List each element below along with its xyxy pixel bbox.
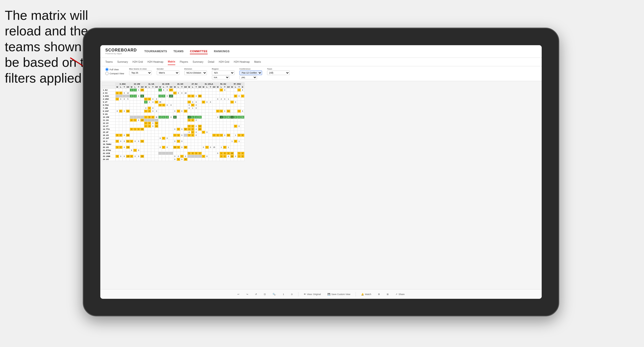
conference-select[interactable]: Pac-12 Conference — [239, 71, 262, 75]
save-custom-button[interactable]: 💾 Save Custom View — [326, 293, 352, 296]
nav-rankings[interactable]: RANKINGS — [214, 49, 230, 54]
subnav-h2h-grid2[interactable]: H2H Grid — [219, 59, 229, 65]
table-row: 14. TTU211220203012026 — [102, 128, 245, 131]
subnav-detail[interactable]: Detail — [208, 59, 214, 65]
matrix-cell — [226, 137, 230, 140]
subnav-matrix2[interactable]: Matrix — [254, 59, 261, 65]
zoom-reset-button[interactable]: 1 — [281, 293, 286, 296]
matrix-cell — [234, 158, 237, 161]
matrix-cell — [158, 155, 162, 158]
settings-button[interactable]: ⚙ — [376, 293, 381, 296]
subnav-teams[interactable]: Teams — [105, 59, 113, 65]
matrix-cell — [198, 140, 202, 143]
team-select[interactable]: (All) — [267, 71, 290, 75]
matrix-cell — [209, 131, 212, 134]
col-header-uu: 54. UU — [216, 83, 230, 86]
zoom-out-button[interactable]: 🔍- — [271, 293, 278, 296]
table-row: 1. AU12025200271010 — [102, 89, 245, 92]
region-sub-select[interactable]: N/A — [212, 76, 229, 79]
region-select[interactable]: N/A — [212, 71, 234, 75]
matrix-cell — [169, 155, 173, 158]
matrix-cell: 1 — [230, 140, 234, 143]
subnav-h2h-heatmap2[interactable]: H2H Heatmap — [234, 59, 250, 65]
matrix-cell — [184, 119, 187, 122]
max-teams-select[interactable]: Top 25 — [129, 71, 152, 75]
nav-tournaments[interactable]: TOURNAMENTS — [144, 49, 167, 54]
matrix-cell: 15 — [184, 110, 187, 113]
matrix-cell — [144, 104, 148, 107]
matrix-cell: 1 — [219, 110, 223, 113]
subnav-h2h-heatmap[interactable]: H2H Heatmap — [147, 59, 163, 65]
matrix-area[interactable]: 3. ASU 10. UW 11. UA 22. UCB 24. UO 27. … — [100, 81, 542, 289]
matrix-cell — [191, 137, 194, 140]
matrix-cell — [169, 149, 173, 152]
matrix-cell: W — [155, 116, 158, 119]
matrix-cell: 0 — [202, 146, 205, 149]
row-label: 4. UNC — [102, 98, 116, 101]
matrix-cell — [212, 125, 216, 128]
matrix-cell — [148, 92, 151, 95]
matrix-cell: 0 — [194, 125, 198, 128]
matrix-cell — [234, 152, 237, 155]
subnav-players[interactable]: Players — [180, 59, 188, 65]
subnav-matrix[interactable]: Matrix — [168, 59, 175, 65]
matrix-cell — [169, 140, 173, 143]
zoom-fit-button[interactable]: ⊡ — [262, 293, 267, 296]
matrix-cell: 1 — [148, 98, 151, 101]
matrix-cell: 0 — [151, 122, 155, 125]
matrix-cell: 12 — [126, 92, 130, 95]
matrix-cell: 48 — [198, 95, 202, 98]
refresh-button[interactable]: ↺ — [254, 293, 259, 296]
matrix-cell: 1 — [144, 116, 148, 119]
matrix-cell: 0 — [177, 92, 180, 95]
matrix-cell: 1 — [226, 146, 230, 149]
reset-button[interactable]: ⊙ — [289, 293, 294, 296]
table-row: 15. UF01010 — [102, 131, 245, 134]
matrix-cell — [126, 95, 130, 98]
share-button[interactable]: ↗ Share — [394, 293, 406, 296]
redo-button[interactable]: ↪ — [245, 293, 250, 296]
matrix-cell: 3 — [166, 116, 169, 119]
full-view-option[interactable]: Full View — [105, 68, 124, 71]
nav-teams[interactable]: TEAMS — [173, 49, 184, 54]
col-asu-t: T — [123, 86, 126, 89]
compact-view-option[interactable]: Compact View — [105, 72, 124, 75]
col-asu-l: L — [119, 86, 123, 89]
view-original-button[interactable]: 👁 View: Original — [302, 293, 322, 296]
subnav-summary[interactable]: Summary — [117, 59, 128, 65]
matrix-cell — [116, 101, 119, 104]
watch-button[interactable]: 🔔 Watch — [360, 293, 373, 296]
matrix-cell — [126, 101, 130, 104]
undo-button[interactable]: ↩ — [236, 293, 241, 296]
matrix-cell — [119, 137, 123, 140]
matrix-cell — [230, 113, 234, 116]
division-select[interactable]: NCAA Division I — [184, 71, 207, 75]
matrix-cell: 0 — [137, 155, 140, 158]
col-asu-dif: Dif — [126, 86, 130, 89]
matrix-cell — [216, 149, 219, 152]
matrix-cell: 3 — [234, 95, 237, 98]
grid-button[interactable]: ⊞ — [385, 293, 390, 296]
gender-select[interactable]: Men's — [157, 71, 179, 75]
matrix-cell — [166, 134, 169, 137]
conference-sub-select[interactable]: (All) — [239, 76, 257, 79]
matrix-cell — [198, 131, 202, 134]
matrix-cell — [158, 149, 162, 152]
matrix-cell: 2 — [144, 122, 148, 125]
matrix-cell — [123, 113, 126, 116]
matrix-cell — [137, 107, 140, 110]
matrix-cell — [148, 155, 151, 158]
nav-committee[interactable]: COMMITTEE — [190, 49, 208, 54]
matrix-cell — [133, 143, 137, 146]
matrix-cell — [119, 125, 123, 128]
table-row: 4. UNC100511000201 — [102, 98, 245, 101]
matrix-cell — [177, 143, 180, 146]
matrix-cell — [123, 95, 126, 98]
division-filter: Division NCAA Division I — [184, 68, 207, 75]
matrix-cell — [209, 155, 212, 158]
matrix-cell — [212, 140, 216, 143]
subnav-h2h-grid[interactable]: H2H Grid — [132, 59, 143, 65]
matrix-cell — [158, 107, 162, 110]
matrix-cell — [230, 125, 234, 128]
subnav-summary2[interactable]: Summary — [193, 59, 203, 65]
